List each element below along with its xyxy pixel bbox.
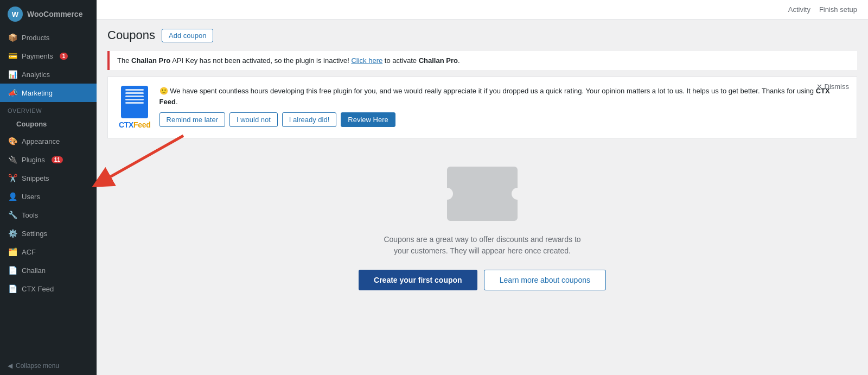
plugins-badge: 11 bbox=[52, 156, 63, 163]
payments-icon: 💳 bbox=[8, 52, 17, 60]
sidebar-item-ctx-feed-label: CTX Feed bbox=[22, 285, 54, 293]
learn-more-coupons-button[interactable]: Learn more about coupons bbox=[484, 270, 606, 290]
plugins-icon: 🔌 bbox=[8, 155, 17, 164]
acf-icon: 🗂️ bbox=[8, 247, 17, 256]
settings-icon: ⚙️ bbox=[8, 229, 17, 238]
woo-logo-icon: W bbox=[8, 7, 23, 22]
sidebar-item-snippets[interactable]: ✂️ Snippets bbox=[0, 169, 97, 187]
sidebar-item-settings[interactable]: ⚙️ Settings bbox=[0, 224, 97, 243]
sidebar-item-challan-label: Challan bbox=[22, 266, 46, 275]
ctx-icon-wrap: CTXFeed bbox=[119, 86, 151, 129]
sidebar-item-analytics[interactable]: 📊 Analytics bbox=[0, 65, 97, 84]
would-not-button[interactable]: I would not bbox=[229, 112, 278, 127]
sidebar-item-tools[interactable]: 🔧 Tools bbox=[0, 206, 97, 224]
page-content: Coupons Add coupon The Challan Pro API K… bbox=[97, 20, 868, 375]
sidebar-sub-item-coupons[interactable]: Coupons bbox=[0, 116, 97, 132]
sidebar-item-challan[interactable]: 📄 Challan bbox=[0, 261, 97, 279]
collapse-menu-button[interactable]: ◀ Collapse menu bbox=[0, 357, 97, 375]
alert-text-before: The bbox=[117, 56, 131, 65]
remind-later-button[interactable]: Remind me later bbox=[159, 112, 225, 127]
ctx-feed-icon: 📄 bbox=[8, 284, 17, 293]
challan-icon: 📄 bbox=[8, 266, 17, 275]
appearance-icon: 🎨 bbox=[8, 137, 17, 145]
sidebar-logo-text: WooCommerce bbox=[27, 10, 82, 18]
ctx-notice-buttons: Remind me later I would not I already di… bbox=[159, 112, 846, 127]
alert-text-middle: API Key has not been activated, so the p… bbox=[170, 56, 351, 65]
sidebar-item-products[interactable]: 📦 Products bbox=[0, 28, 97, 47]
payments-badge: 1 bbox=[60, 53, 68, 60]
sidebar: W WooCommerce 📦 Products 💳 Payments 1 📊 … bbox=[0, 0, 97, 375]
sidebar-item-settings-label: Settings bbox=[22, 230, 47, 238]
ctx-notice-text: 🙂 We have spent countless hours developi… bbox=[159, 86, 846, 127]
create-first-coupon-button[interactable]: Create your first coupon bbox=[359, 270, 477, 290]
ctx-text: CTX bbox=[119, 120, 133, 129]
review-here-button[interactable]: Review Here bbox=[341, 112, 395, 127]
ctx-message-end: . bbox=[176, 98, 178, 106]
coupon-placeholder-icon bbox=[447, 167, 518, 221]
alert-banner: The Challan Pro API Key has not been act… bbox=[107, 51, 857, 70]
ctx-message: 🙂 We have spent countless hours developi… bbox=[159, 87, 816, 95]
sidebar-item-analytics-label: Analytics bbox=[22, 71, 50, 79]
ctx-feed-notice: CTXFeed 🙂 We have spent countless hours … bbox=[107, 77, 857, 138]
main-content: Activity Finish setup Coupons Add coupon… bbox=[97, 0, 868, 375]
sidebar-item-users[interactable]: 👤 Users bbox=[0, 187, 97, 206]
alert-text-after: to activate bbox=[382, 56, 418, 65]
alert-brand2: Challan Pro bbox=[419, 56, 458, 65]
sidebar-item-marketing-label: Marketing bbox=[22, 89, 53, 97]
sidebar-item-plugins-label: Plugins bbox=[22, 156, 45, 164]
collapse-menu-label: Collapse menu bbox=[16, 362, 59, 370]
sidebar-item-appearance[interactable]: 🎨 Appearance bbox=[0, 132, 97, 150]
sidebar-item-acf-label: ACF bbox=[22, 248, 36, 256]
tools-icon: 🔧 bbox=[8, 211, 17, 219]
analytics-icon: 📊 bbox=[8, 70, 17, 79]
empty-state-description: Coupons are a great way to offer discoun… bbox=[379, 234, 585, 257]
dismiss-label: Dismiss bbox=[825, 82, 850, 91]
sidebar-logo[interactable]: W WooCommerce bbox=[0, 0, 97, 28]
empty-state: Coupons are a great way to offer discoun… bbox=[107, 145, 857, 307]
snippets-icon: ✂️ bbox=[8, 174, 17, 182]
feed-text: Feed bbox=[133, 120, 150, 129]
sidebar-item-snippets-label: Snippets bbox=[22, 174, 49, 182]
products-icon: 📦 bbox=[8, 33, 17, 42]
topbar: Activity Finish setup bbox=[97, 0, 868, 20]
alert-click-here-link[interactable]: Click here bbox=[351, 56, 382, 65]
sidebar-item-acf[interactable]: 🗂️ ACF bbox=[0, 243, 97, 261]
already-did-button[interactable]: I already did! bbox=[282, 112, 336, 127]
finish-setup-link[interactable]: Finish setup bbox=[819, 5, 857, 14]
sidebar-item-payments-label: Payments bbox=[22, 52, 53, 60]
empty-state-buttons: Create your first coupon Learn more abou… bbox=[359, 270, 606, 290]
ctx-brand-label: CTXFeed bbox=[119, 120, 151, 129]
sidebar-item-marketing[interactable]: 📣 Marketing bbox=[0, 84, 97, 102]
marketing-icon: 📣 bbox=[8, 88, 17, 97]
add-coupon-button[interactable]: Add coupon bbox=[162, 29, 213, 42]
sidebar-section-overview: Overview bbox=[0, 102, 97, 116]
alert-brand: Challan Pro bbox=[131, 56, 170, 65]
sidebar-item-appearance-label: Appearance bbox=[22, 137, 60, 145]
sidebar-item-payments[interactable]: 💳 Payments 1 bbox=[0, 47, 97, 65]
users-icon: 👤 bbox=[8, 192, 17, 201]
sidebar-item-products-label: Products bbox=[22, 34, 49, 42]
ctx-doc-icon bbox=[121, 86, 148, 118]
coupons-sub-label: Coupons bbox=[16, 120, 47, 128]
collapse-arrow-icon: ◀ bbox=[8, 362, 12, 370]
sidebar-item-tools-label: Tools bbox=[22, 211, 38, 219]
dismiss-x-icon: ✕ bbox=[816, 82, 822, 91]
dismiss-button[interactable]: ✕ Dismiss bbox=[816, 82, 850, 91]
sidebar-item-ctx-feed[interactable]: 📄 CTX Feed bbox=[0, 279, 97, 298]
page-title: Coupons bbox=[107, 28, 155, 42]
sidebar-item-plugins[interactable]: 🔌 Plugins 11 bbox=[0, 150, 97, 169]
activity-link[interactable]: Activity bbox=[788, 5, 810, 14]
page-header: Coupons Add coupon bbox=[107, 28, 857, 42]
alert-text-end: . bbox=[458, 56, 460, 65]
sidebar-item-users-label: Users bbox=[22, 193, 40, 201]
